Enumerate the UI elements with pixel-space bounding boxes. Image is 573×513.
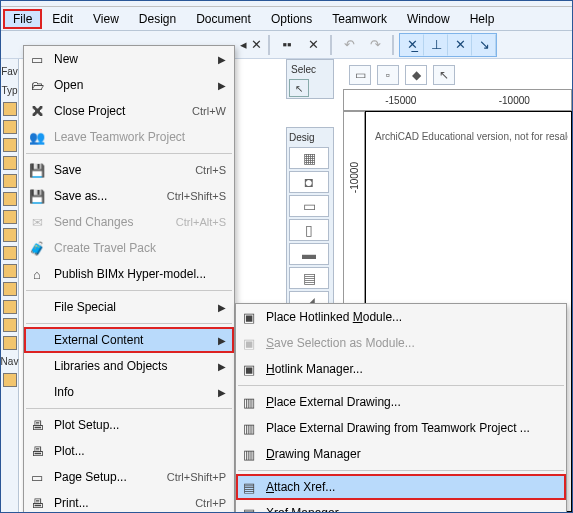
snap-endpoint-icon[interactable]: ✕̲ (400, 34, 424, 56)
tb-dots-icon[interactable]: ▪▪ (275, 34, 299, 56)
snap-perp-icon[interactable]: ⊥ (424, 34, 448, 56)
menu-item-print-[interactable]: 🖶Print...Ctrl+P (24, 490, 234, 513)
tb-x-icon[interactable]: ✕ (301, 34, 325, 56)
submenu-item-icon: ▥ (240, 445, 258, 463)
menu-document[interactable]: Document (186, 9, 261, 29)
rail-icon[interactable] (3, 373, 17, 387)
tb-close-icon[interactable]: ◂ ✕ (239, 34, 263, 56)
menu-edit[interactable]: Edit (42, 9, 83, 29)
mini-arrow-icon[interactable]: ↖ (433, 65, 455, 85)
select-panel: Selec ↖ (286, 59, 334, 99)
menu-item-page-setup-[interactable]: ▭Page Setup...Ctrl+Shift+P (24, 464, 234, 490)
shortcut: Ctrl+W (192, 105, 226, 117)
mini-marquee-icon[interactable]: ▭ (349, 65, 371, 85)
submenu-arrow-icon: ▶ (218, 361, 226, 372)
submenu-item-place-external-drawing-[interactable]: ▥Place External Drawing... (236, 389, 566, 415)
snap-edge-icon[interactable]: ↘ (472, 34, 496, 56)
rail-icon[interactable] (3, 282, 17, 296)
submenu-item-label: Xref Manager... (266, 506, 348, 513)
rail-icon[interactable] (3, 264, 17, 278)
menu-item-label: External Content (54, 333, 210, 347)
menu-item-label: File Special (54, 300, 210, 314)
submenu-item-icon: ▤ (240, 478, 258, 496)
menu-view[interactable]: View (83, 9, 129, 29)
submenu-item-place-hotlinked-module-[interactable]: ▣Place Hotlinked Module... (236, 304, 566, 330)
rail-icon[interactable] (3, 228, 17, 242)
submenu-item-icon: ▣ (240, 360, 258, 378)
rail-icon[interactable] (3, 138, 17, 152)
rail-fav[interactable]: Fav (1, 66, 18, 77)
menu-item-libraries-and-objects[interactable]: Libraries and Objects▶ (24, 353, 234, 379)
menu-item-new[interactable]: ▭New▶ (24, 46, 234, 72)
rail-icon[interactable] (3, 318, 17, 332)
external-content-submenu: ▣Place Hotlinked Module...▣Save Selectio… (235, 303, 567, 513)
menu-item-open[interactable]: 🗁Open▶ (24, 72, 234, 98)
rail-icon[interactable] (3, 156, 17, 170)
window-tool-icon[interactable]: ▭ (289, 195, 329, 217)
menu-item-file-special[interactable]: File Special▶ (24, 294, 234, 320)
menu-sep (26, 290, 232, 291)
mini-dot-icon[interactable]: ▫ (377, 65, 399, 85)
menu-item-plot-[interactable]: 🖶Plot... (24, 438, 234, 464)
menu-item-label: Save as... (54, 189, 151, 203)
menu-item-save[interactable]: 💾SaveCtrl+S (24, 157, 234, 183)
menu-item-icon (28, 357, 46, 375)
arrow-tool-icon[interactable]: ↖ (289, 79, 309, 97)
rail-icon[interactable] (3, 300, 17, 314)
toolbar-sep (330, 35, 332, 55)
submenu-item-icon: ▥ (240, 419, 258, 437)
rail-icon[interactable] (3, 120, 17, 134)
menu-item-icon: 🗙 (28, 102, 46, 120)
menu-design[interactable]: Design (129, 9, 186, 29)
menu-item-label: Page Setup... (54, 470, 151, 484)
submenu-item-label: Save Selection as Module... (266, 336, 415, 350)
column-tool-icon[interactable]: ▯ (289, 219, 329, 241)
undo-icon[interactable]: ↶ (337, 34, 361, 56)
submenu-item-icon: ▤ (240, 504, 258, 513)
menu-help[interactable]: Help (460, 9, 505, 29)
submenu-item-label: Place External Drawing... (266, 395, 401, 409)
rail-nav[interactable]: Nav (1, 356, 19, 367)
rail-icon[interactable] (3, 102, 17, 116)
redo-icon[interactable]: ↷ (363, 34, 387, 56)
menu-item-label: Publish BIMx Hyper-model... (54, 267, 226, 281)
menu-options[interactable]: Options (261, 9, 322, 29)
rail-icon[interactable] (3, 246, 17, 260)
rail-icon[interactable] (3, 336, 17, 350)
snap-intersect-icon[interactable]: ✕ (448, 34, 472, 56)
submenu-item-drawing-manager[interactable]: ▥Drawing Manager (236, 441, 566, 467)
slab-tool-icon[interactable]: ▬ (289, 243, 329, 265)
menu-item-label: New (54, 52, 210, 66)
submenu-item-attach-xref-[interactable]: ▤Attach Xref... (236, 474, 566, 500)
stair-tool-icon[interactable]: ▤ (289, 267, 329, 289)
menu-item-close-project[interactable]: 🗙Close ProjectCtrl+W (24, 98, 234, 124)
menu-item-plot-setup-[interactable]: 🖶Plot Setup... (24, 412, 234, 438)
door-tool-icon[interactable]: ◘ (289, 171, 329, 193)
menu-file[interactable]: File (3, 9, 42, 29)
menu-item-label: Plot Setup... (54, 418, 226, 432)
menu-item-icon (28, 298, 46, 316)
submenu-item-place-external-drawing-from-teamwork-project-[interactable]: ▥Place External Drawing from Teamwork Pr… (236, 415, 566, 441)
menu-window[interactable]: Window (397, 9, 460, 29)
shortcut: Ctrl+Shift+P (167, 471, 226, 483)
menu-sep (238, 470, 564, 471)
rail-icon[interactable] (3, 210, 17, 224)
rail-icon[interactable] (3, 174, 17, 188)
wall-tool-icon[interactable]: ▦ (289, 147, 329, 169)
menu-item-label: Close Project (54, 104, 176, 118)
rail-typ[interactable]: Typ (1, 85, 17, 96)
mini-fill-icon[interactable]: ◆ (405, 65, 427, 85)
submenu-item-hotlink-manager-[interactable]: ▣Hotlink Manager... (236, 356, 566, 382)
menu-teamwork[interactable]: Teamwork (322, 9, 397, 29)
menu-item-label: Libraries and Objects (54, 359, 210, 373)
view-mini-icons: ▭ ▫ ◆ ↖ (349, 65, 455, 85)
rail-icon[interactable] (3, 192, 17, 206)
submenu-item-icon: ▣ (240, 308, 258, 326)
menu-item-icon (28, 331, 46, 349)
submenu-item-xref-manager-[interactable]: ▤Xref Manager... (236, 500, 566, 513)
menu-item-info[interactable]: Info▶ (24, 379, 234, 405)
menu-item-save-as-[interactable]: 💾Save as...Ctrl+Shift+S (24, 183, 234, 209)
menu-item-external-content[interactable]: External Content▶ (24, 327, 234, 353)
menu-item-publish-bimx-hyper-model-[interactable]: ⌂Publish BIMx Hyper-model... (24, 261, 234, 287)
vruler-tick: -10000 (349, 162, 360, 193)
